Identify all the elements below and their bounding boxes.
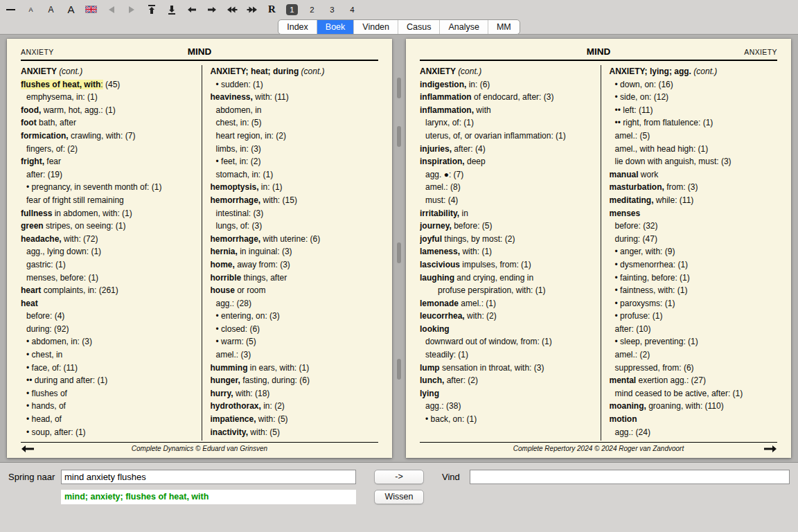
- repertory-button[interactable]: R: [266, 3, 278, 17]
- rubric-line[interactable]: menses: [610, 207, 785, 220]
- previous-page-button[interactable]: [186, 3, 197, 17]
- rubric-line[interactable]: before: (32): [610, 220, 785, 233]
- rubric-line[interactable]: downward out of window, from: (1): [420, 335, 595, 348]
- rubric-line[interactable]: amel.: (8): [420, 181, 595, 194]
- rubric-line[interactable]: mind ceased to be active, after: (1): [610, 387, 785, 400]
- rubric-line[interactable]: • closed: (6): [211, 323, 386, 336]
- rubric-line[interactable]: • flushes of: [21, 387, 196, 400]
- go-button[interactable]: ->: [374, 470, 424, 484]
- rubric-line[interactable]: after: (10): [610, 323, 785, 336]
- tab-boek[interactable]: Boek: [317, 20, 354, 34]
- find-input[interactable]: [470, 470, 790, 484]
- rubric-line[interactable]: heart region, in: (2): [211, 130, 386, 143]
- minimize-button[interactable]: [5, 3, 17, 17]
- rubric-line[interactable]: inflammation of endocard, after: (3): [420, 91, 595, 104]
- rubric-line[interactable]: • abdomen, in: (3): [21, 335, 196, 348]
- rubric-line[interactable]: during: (47): [610, 233, 785, 246]
- rubric-line[interactable]: before: (4): [21, 310, 196, 323]
- language-flag-button[interactable]: [85, 3, 97, 17]
- rubric-line[interactable]: hemoptysis, in: (1): [211, 181, 386, 194]
- rubric-line[interactable]: horrible things, after: [211, 272, 386, 285]
- rubric-line[interactable]: heat: [21, 297, 196, 310]
- view-button-1[interactable]: 1: [286, 4, 298, 15]
- rubric-line[interactable]: stomach, in: (1): [211, 168, 386, 181]
- rubric-line[interactable]: agg.: (28): [211, 297, 386, 310]
- rubric-line[interactable]: • dysmenorrhea: (1): [610, 258, 785, 272]
- rubric-line[interactable]: limbs, in: (3): [211, 143, 386, 156]
- rubric-line[interactable]: inflammation, with: [420, 104, 595, 117]
- rubric-line[interactable]: manual work: [610, 168, 785, 181]
- rubric-line[interactable]: agg.: (24): [610, 426, 785, 439]
- rubric-line[interactable]: chest, in: (5): [211, 116, 386, 130]
- rubric-line[interactable]: impatience, with: (5): [211, 413, 386, 426]
- rubric-line[interactable]: amel.: (2): [610, 348, 785, 362]
- rubric-line[interactable]: flushes of heat, with: (45): [21, 78, 196, 91]
- history-back-button[interactable]: [105, 3, 117, 17]
- rubric-line[interactable]: • sleep, preventing: (1): [610, 335, 785, 348]
- rubric-line[interactable]: gastric: (1): [21, 258, 196, 272]
- rubric-line[interactable]: masturbation, from: (3): [610, 181, 785, 194]
- previous-chapter-button[interactable]: [226, 3, 238, 17]
- rubric-line[interactable]: journey, before: (5): [420, 220, 595, 233]
- rubric-line[interactable]: hydrothorax, in: (2): [211, 400, 386, 413]
- rubric-line[interactable]: • warm: (5): [211, 335, 386, 348]
- rubric-line[interactable]: •• during and after: (1): [21, 374, 196, 387]
- rubric-line[interactable]: laughing and crying, ending in: [420, 272, 595, 285]
- rubric-line[interactable]: •• right, from flatulence: (1): [610, 116, 785, 130]
- rubric-line[interactable]: • down, on: (16): [610, 78, 785, 91]
- rubric-line[interactable]: hurry, with: (18): [211, 387, 386, 400]
- rubric-line[interactable]: must: (4): [420, 194, 595, 207]
- rubric-line[interactable]: lemonade amel.: (1): [420, 297, 595, 310]
- tab-index[interactable]: Index: [278, 20, 317, 34]
- rubric-line[interactable]: meditating, while: (11): [610, 194, 785, 207]
- rubric-line[interactable]: joyful things, by most: (2): [420, 233, 595, 246]
- rubric-line[interactable]: • back, on: (1): [420, 413, 595, 426]
- rubric-line[interactable]: inactivity, with: (5): [211, 426, 386, 439]
- rubric-line[interactable]: heaviness, with: (11): [211, 91, 386, 104]
- rubric-line[interactable]: lascivious impulses, from: (1): [420, 258, 595, 272]
- font-size-large-button[interactable]: A: [65, 3, 77, 17]
- rubric-line[interactable]: headache, with: (72): [21, 233, 196, 246]
- rubric-line[interactable]: indigestion, in: (6): [420, 78, 595, 91]
- rubric-line[interactable]: • hands, of: [21, 400, 196, 413]
- rubric-line[interactable]: green stripes, on seeing: (1): [21, 220, 196, 233]
- rubric-line[interactable]: lungs, of: (3): [211, 220, 386, 233]
- rubric-line[interactable]: • pregnancy, in seventh month of: (1): [21, 181, 196, 194]
- rubric-line[interactable]: moaning, groaning, with: (110): [610, 400, 785, 413]
- rubric-line[interactable]: intestinal: (3): [211, 207, 386, 220]
- rubric-line[interactable]: • paroxysms: (1): [610, 297, 785, 310]
- view-button-3[interactable]: 3: [326, 4, 338, 15]
- page-forward-arrow[interactable]: [763, 445, 777, 453]
- rubric-line[interactable]: abdomen, in: [211, 104, 386, 117]
- page-back-arrow[interactable]: [21, 445, 35, 453]
- rubric-line[interactable]: food, warm, hot, agg.: (1): [21, 104, 196, 117]
- rubric-line[interactable]: during: (92): [21, 323, 196, 336]
- rubric-line[interactable]: menses, before: (1): [21, 272, 196, 285]
- book-scrollbar[interactable]: [397, 35, 401, 462]
- rubric-line[interactable]: mental exertion agg.: (27): [610, 374, 785, 387]
- rubric-line[interactable]: inspiration, deep: [420, 155, 595, 168]
- rubric-line[interactable]: lying: [420, 387, 595, 400]
- rubric-line[interactable]: fullness in abdomen, with: (1): [21, 207, 196, 220]
- rubric-line[interactable]: • face, of: (11): [21, 362, 196, 375]
- rubric-line[interactable]: irritability, in: [420, 207, 595, 220]
- rubric-line[interactable]: looking: [420, 323, 595, 336]
- rubric-line[interactable]: • head, of: [21, 413, 196, 426]
- rubric-line[interactable]: agg., lying down: (1): [21, 245, 196, 258]
- rubric-line[interactable]: leucorrhea, with: (2): [420, 310, 595, 323]
- rubric-line[interactable]: fingers, of: (2): [21, 143, 196, 156]
- rubric-line[interactable]: humming in ears, with: (1): [211, 362, 386, 375]
- rubric-line[interactable]: uterus, of, or ovarian inflammation: (1): [420, 130, 595, 143]
- rubric-line[interactable]: • faintness, with: (1): [610, 284, 785, 297]
- rubric-line[interactable]: after: (19): [21, 168, 196, 181]
- rubric-line[interactable]: amel.: (3): [211, 348, 386, 362]
- tab-analyse[interactable]: Analyse: [439, 20, 487, 34]
- font-size-small-button[interactable]: A: [25, 3, 37, 17]
- rubric-line[interactable]: hernia, in inguinal: (3): [211, 245, 386, 258]
- rubric-line[interactable]: formication, crawling, with: (7): [21, 130, 196, 143]
- rubric-line[interactable]: • feet, in: (2): [211, 155, 386, 168]
- tab-vinden[interactable]: Vinden: [353, 20, 398, 34]
- rubric-line[interactable]: hemorrhage, with uterine: (6): [211, 233, 386, 246]
- font-size-medium-button[interactable]: A: [45, 3, 57, 17]
- rubric-line[interactable]: lameness, with: (1): [420, 245, 595, 258]
